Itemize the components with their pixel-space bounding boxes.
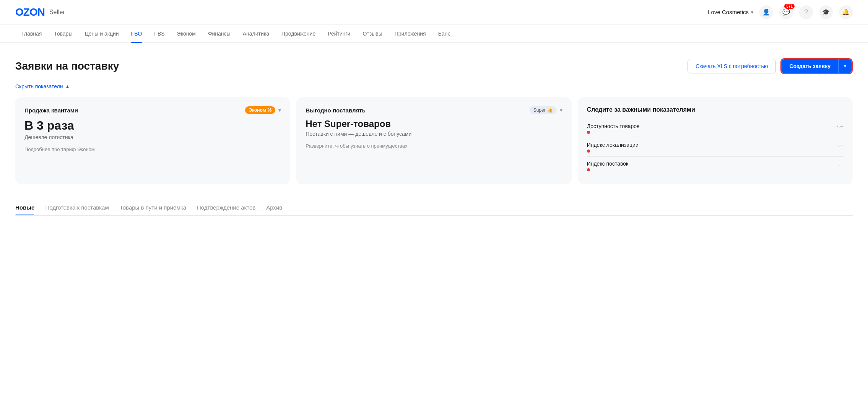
cards-grid: Продажа квантами Эконом % ▾ В 3 раза Деш… <box>15 97 853 184</box>
metrics-title: Следите за важными показателями <box>587 106 844 113</box>
thumbs-up-icon: 👍 <box>547 107 553 113</box>
card-2-value: Нет Super-товаров <box>306 119 562 129</box>
card-2-expand[interactable]: ▾ <box>560 107 562 113</box>
tab-new[interactable]: Новые <box>15 200 34 215</box>
create-order-group: Создать заявку ▾ <box>780 58 853 74</box>
metric-dot-delivery <box>587 168 590 171</box>
metric-label-availability: Доступность товаров <box>587 123 640 129</box>
card-1-value: В 3 раза <box>24 119 281 133</box>
nav-item-analytics[interactable]: Аналитика <box>237 24 275 43</box>
tab-in-transit[interactable]: Товары в пути и приёмка <box>120 200 186 215</box>
page-content: Заявки на поставку Скачать XLS с потребн… <box>0 43 868 216</box>
card-1-expand[interactable]: ▾ <box>278 107 281 113</box>
notification-badge: 571 <box>784 4 795 9</box>
nav-item-fbs[interactable]: FBS <box>148 24 171 43</box>
metric-row-delivery: Индекс поставок -.-- <box>587 157 844 175</box>
metrics-card: Следите за важными показателями Доступно… <box>578 97 853 184</box>
tab-confirmation[interactable]: Подтверждение актов <box>197 200 255 215</box>
seller-name[interactable]: Love Cosmetics ▾ <box>708 9 753 15</box>
help-icon[interactable]: ? <box>799 5 813 19</box>
metric-value-delivery: -.-- <box>837 161 844 167</box>
nav-item-fbo[interactable]: FBO <box>125 24 148 43</box>
card-2-title: Выгодно поставлять <box>306 107 366 114</box>
metric-value-localization: -.-- <box>837 142 844 148</box>
toggle-metrics-label: Скрыть показатели <box>15 83 63 89</box>
chevron-down-icon: ▾ <box>844 63 846 69</box>
metric-dot-availability <box>587 131 590 134</box>
sound-icon[interactable]: 🔔 <box>839 5 853 19</box>
create-order-button[interactable]: Создать заявку <box>782 59 838 73</box>
education-icon[interactable]: 🎓 <box>819 5 833 19</box>
card-1-title: Продажа квантами <box>24 107 78 114</box>
percent-icon: % <box>268 107 272 113</box>
create-order-dropdown-button[interactable]: ▾ <box>838 59 852 73</box>
nav-item-reviews[interactable]: Отзывы <box>356 24 388 43</box>
toggle-metrics-link[interactable]: Скрыть показатели ▲ <box>15 83 70 89</box>
card-1-link[interactable]: Подробнее про тариф Эконом <box>24 146 281 152</box>
card-1-header: Продажа квантами Эконом % ▾ <box>24 106 281 114</box>
nav-item-prices[interactable]: Цены и акции <box>78 24 125 43</box>
metric-label-localization: Индекс локализации <box>587 142 639 148</box>
card-2-link[interactable]: Разверните, чтобы узнать о преимуществах <box>306 143 562 149</box>
metric-row-inner: Доступность товаров -.-- <box>587 123 844 134</box>
card-2-subtitle: Поставки с ними — дешевле и с бонусами <box>306 131 562 137</box>
card-1-badges: Эконом % ▾ <box>245 106 281 114</box>
card-2-header: Выгодно поставлять Super 👍 ▾ <box>306 106 562 114</box>
card-super-delivery: Выгодно поставлять Super 👍 ▾ Нет Super-т… <box>296 97 571 184</box>
nav-item-bank[interactable]: Банк <box>432 24 456 43</box>
main-nav: Главная Товары Цены и акции FBO FBS Экон… <box>0 24 868 43</box>
metric-row-inner-3: Индекс поставок -.-- <box>587 161 844 171</box>
badge-super-label: Super <box>533 107 546 113</box>
card-quantum-sales: Продажа квантами Эконом % ▾ В 3 раза Деш… <box>15 97 290 184</box>
page-actions: Скачать XLS с потребностью Создать заявк… <box>688 58 853 74</box>
nav-item-finance[interactable]: Финансы <box>202 24 237 43</box>
nav-item-apps[interactable]: Приложения <box>388 24 432 43</box>
nav-item-ratings[interactable]: Рейтинги <box>322 24 356 43</box>
seller-name-label: Love Cosmetics <box>708 9 749 15</box>
nav-item-products[interactable]: Товары <box>48 24 78 43</box>
badge-ekon-label: Эконом <box>249 107 266 113</box>
metric-row-top-2: Индекс локализации -.-- <box>587 142 844 148</box>
metric-row-availability: Доступность товаров -.-- <box>587 119 844 138</box>
chevron-down-icon: ▾ <box>751 10 753 15</box>
metric-dot-localization <box>587 150 590 153</box>
logo-seller: Seller <box>49 9 65 16</box>
page-title: Заявки на поставку <box>15 60 119 72</box>
card-2-badges: Super 👍 ▾ <box>530 106 562 114</box>
tabs: Новые Подготовка к поставкам Товары в пу… <box>15 200 853 216</box>
metric-row-top-3: Индекс поставок -.-- <box>587 161 844 167</box>
logo[interactable]: OZONSeller <box>15 6 65 18</box>
metric-value-availability: -.-- <box>837 123 844 129</box>
header: OZONSeller Love Cosmetics ▾ 👤 💬 571 ? 🎓 … <box>0 0 868 24</box>
metric-row-localization: Индекс локализации -.-- <box>587 138 844 157</box>
metric-row-inner-2: Индекс локализации -.-- <box>587 142 844 153</box>
badge-super: Super 👍 <box>530 106 557 114</box>
nav-item-home[interactable]: Главная <box>15 24 48 43</box>
metric-row-top: Доступность товаров -.-- <box>587 123 844 129</box>
nav-item-promotion[interactable]: Продвижение <box>275 24 322 43</box>
user-icon[interactable]: 👤 <box>759 5 773 19</box>
badge-ekon: Эконом % <box>245 106 276 114</box>
logo-ozon: OZON <box>15 6 45 18</box>
card-1-subtitle: Дешевле логистика <box>24 134 281 140</box>
tab-preparation[interactable]: Подготовка к поставкам <box>45 200 109 215</box>
page-header: Заявки на поставку Скачать XLS с потребн… <box>15 58 853 74</box>
download-xls-button[interactable]: Скачать XLS с потребностью <box>688 59 776 73</box>
nav-item-economy[interactable]: Эконом <box>171 24 202 43</box>
tab-archive[interactable]: Архив <box>266 200 282 215</box>
header-right: Love Cosmetics ▾ 👤 💬 571 ? 🎓 🔔 <box>708 5 853 19</box>
chevron-up-icon: ▲ <box>65 84 70 89</box>
notifications-icon[interactable]: 💬 571 <box>779 5 793 19</box>
metric-label-delivery: Индекс поставок <box>587 161 629 167</box>
